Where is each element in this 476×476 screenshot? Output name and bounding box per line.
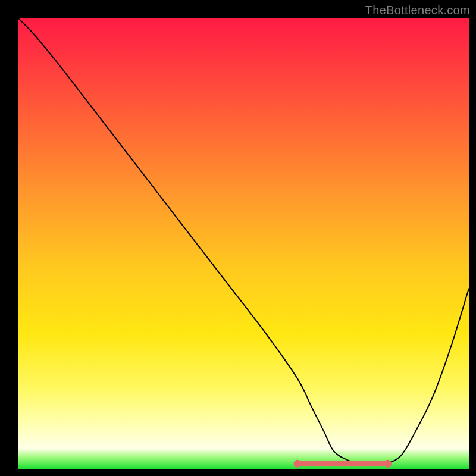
chart-stage: TheBottleneck.com (0, 0, 476, 476)
optimal-marker-dot (335, 461, 341, 466)
watermark-text: TheBottleneck.com (365, 4, 470, 17)
optimal-marker-dot (355, 461, 361, 466)
optimal-marker-dot (384, 460, 392, 468)
optimal-marker-dot (342, 461, 347, 466)
optimal-marker-dot (349, 461, 355, 466)
optimal-marker-dot (315, 461, 321, 466)
bottleneck-curve-chart (0, 0, 476, 476)
optimal-marker-dot (375, 461, 381, 466)
optimal-marker-dot (303, 461, 309, 466)
optimal-marker-dot (326, 461, 332, 466)
optimal-marker-dot (369, 461, 375, 466)
plot-background (18, 18, 469, 469)
optimal-marker-dot (293, 460, 301, 468)
optimal-marker-dot (362, 461, 368, 466)
